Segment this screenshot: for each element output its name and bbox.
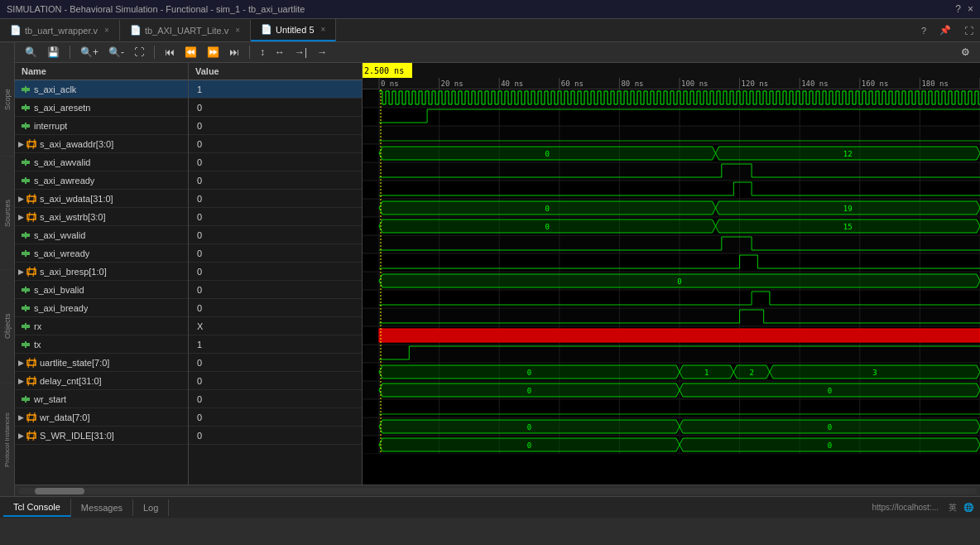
signal-name-row-16[interactable]: ▶delay_cnt[31:0] [15, 372, 188, 390]
signal-value-row-14: 1 [189, 335, 362, 354]
signal-name-text-17: wr_start [34, 394, 66, 404]
sidebar-sources: Sources [2, 156, 13, 269]
signal-name-row-12[interactable]: s_axi_bready [15, 299, 188, 317]
svg-line-1 [28, 139, 30, 149]
signal-name-row-0[interactable]: s_axi_aclk [15, 80, 188, 99]
signal-icon-4 [20, 157, 31, 168]
signal-name-row-4[interactable]: s_axi_awvalid [15, 153, 188, 171]
tab-bar-expand[interactable]: ⛶ [958, 22, 980, 39]
expand-h-button[interactable]: ↔ [271, 45, 288, 60]
signal-value-row-4: 0 [189, 153, 362, 171]
bottom-scroll[interactable] [15, 485, 980, 496]
tab-tcl-console[interactable]: Tcl Console [3, 499, 71, 517]
signal-name-row-1[interactable]: s_axi_aresetn [15, 99, 188, 117]
svg-line-19 [28, 412, 30, 422]
sidebar-protocol: Protocol Instances [2, 383, 12, 496]
signal-value-text-12: 0 [192, 303, 207, 313]
signal-name-row-2[interactable]: interrupt [15, 117, 188, 135]
cursor-button[interactable]: → [314, 45, 330, 60]
svg-line-10 [28, 267, 30, 277]
signal-name-row-14[interactable]: tx [15, 335, 188, 354]
save-button[interactable]: 💾 [44, 45, 63, 60]
signal-value-row-19: 0 [189, 427, 362, 445]
signal-icon-19 [26, 430, 37, 441]
signal-value-row-2: 0 [189, 117, 362, 135]
prev-button[interactable]: ⏪ [181, 45, 200, 60]
signal-name-row-18[interactable]: ▶wr_data[7:0] [15, 408, 188, 427]
signal-value-row-13: X [189, 317, 362, 335]
zoom-out-button[interactable]: 🔍- [105, 45, 127, 60]
signal-value-row-17: 0 [189, 390, 362, 408]
expand-arrow-3[interactable]: ▶ [18, 140, 24, 148]
signal-name-text-14: tx [34, 340, 41, 350]
signal-icon-8 [20, 229, 31, 241]
svg-line-5 [33, 194, 35, 204]
svg-line-22 [28, 431, 30, 441]
signal-name-row-10[interactable]: ▶s_axi_bresp[1:0] [15, 263, 188, 281]
name-header: Name [15, 63, 188, 80]
signal-value-row-5: 0 [189, 171, 362, 190]
search-button[interactable]: 🔍 [22, 45, 41, 60]
signal-name-text-15: uartlite_state[7:0] [40, 358, 109, 368]
tab-bar-pin[interactable]: 📌 [933, 22, 958, 39]
next-button[interactable]: ⏩ [204, 45, 223, 60]
tab-0[interactable]: 📄 tb_uart_wrapper.v × [0, 20, 120, 41]
signal-name-text-9: s_axi_wready [34, 248, 89, 258]
value-panel: Value 1000000000000X100000 [189, 63, 363, 485]
tab-bar: 📄 tb_uart_wrapper.v × 📄 tb_AXI_UART_Lite… [0, 19, 980, 42]
tab-close-2[interactable]: × [321, 25, 326, 34]
settings-button[interactable]: ⚙ [958, 45, 973, 60]
expand-arrow-18[interactable]: ▶ [18, 413, 24, 422]
svg-line-4 [28, 194, 30, 204]
signal-icon-1 [20, 102, 31, 113]
signal-name-row-17[interactable]: wr_start [15, 390, 188, 408]
signal-value-text-14: 1 [192, 340, 207, 350]
help-icon[interactable]: ? [955, 3, 961, 15]
signal-value-text-9: 0 [192, 248, 207, 258]
signal-icon-12 [20, 302, 31, 314]
signal-value-text-10: 0 [192, 267, 207, 277]
expand-arrow-6[interactable]: ▶ [18, 195, 24, 203]
tab-1[interactable]: 📄 tb_AXI_UART_Lite.v × [120, 20, 251, 41]
signal-icon-13 [20, 321, 31, 332]
signal-name-row-11[interactable]: s_axi_bvalid [15, 281, 188, 299]
signal-value-text-13: X [192, 321, 208, 331]
tab-bar-help[interactable]: ? [915, 22, 933, 39]
tab-messages[interactable]: Messages [71, 499, 133, 516]
signal-icon-2 [20, 120, 31, 132]
signal-value-text-0: 1 [192, 84, 207, 94]
signal-name-row-9[interactable]: s_axi_wready [15, 244, 188, 263]
signal-value-row-8: 0 [189, 226, 362, 244]
wave-container: 🔍 💾 🔍+ 🔍- ⛶ ⏮ ⏪ ⏩ ⏭ ↕ ↔ →| → ⚙ Name s_ax… [15, 42, 980, 496]
close-icon[interactable]: × [968, 3, 973, 15]
tab-close-1[interactable]: × [235, 26, 240, 35]
expand-arrow-16[interactable]: ▶ [18, 377, 24, 385]
signal-name-row-19[interactable]: ▶S_WR_IDLE[31:0] [15, 427, 188, 445]
goto-end-button[interactable]: ⏭ [226, 45, 243, 60]
signal-name-row-8[interactable]: s_axi_wvalid [15, 226, 188, 244]
signal-value-row-10: 0 [189, 263, 362, 281]
expand-arrow-7[interactable]: ▶ [18, 213, 24, 221]
svg-line-16 [28, 376, 30, 386]
markers-button[interactable]: →| [291, 45, 310, 60]
tab-2[interactable]: 📄 Untitled 5 × [251, 19, 336, 41]
expand-arrow-19[interactable]: ▶ [18, 432, 24, 440]
svg-line-20 [33, 412, 35, 422]
zoom-fit-button[interactable]: ⛶ [131, 45, 147, 60]
signal-name-row-5[interactable]: s_axi_awready [15, 171, 188, 190]
signal-name-row-15[interactable]: ▶uartlite_state[7:0] [15, 354, 188, 372]
expand-arrow-15[interactable]: ▶ [18, 359, 24, 367]
signal-name-row-7[interactable]: ▶s_axi_wstrb[3:0] [15, 208, 188, 226]
expand-v-button[interactable]: ↕ [257, 45, 268, 60]
signal-name-row-13[interactable]: rx [15, 317, 188, 335]
tab-log[interactable]: Log [133, 499, 169, 516]
name-panel: Name s_axi_aclk s_axi_aresetn interrupt▶… [15, 63, 189, 485]
zoom-in-button[interactable]: 🔍+ [77, 45, 102, 60]
expand-arrow-10[interactable]: ▶ [18, 268, 24, 276]
goto-start-button[interactable]: ⏮ [161, 45, 178, 60]
signal-name-row-6[interactable]: ▶s_axi_wdata[31:0] [15, 190, 188, 208]
tab-close-0[interactable]: × [104, 26, 109, 35]
signal-name-row-3[interactable]: ▶s_axi_awaddr[3:0] [15, 135, 188, 153]
signal-value-row-7: 0 [189, 208, 362, 226]
wave-panel[interactable] [363, 63, 980, 485]
